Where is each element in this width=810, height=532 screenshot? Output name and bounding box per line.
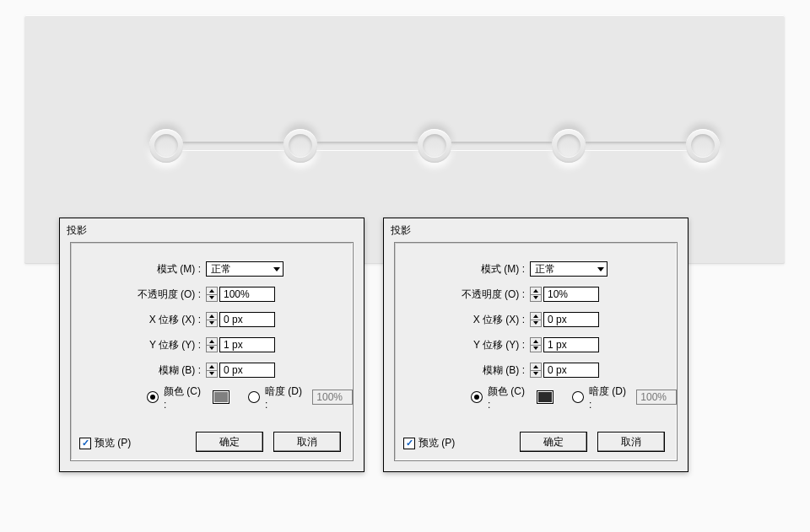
- y-offset-label: Y 位移 (Y) :: [395, 338, 530, 352]
- preview-checkbox[interactable]: [403, 438, 415, 449]
- preview-label: 预览 (P): [94, 436, 131, 450]
- x-offset-label: X 位移 (X) :: [395, 313, 530, 327]
- opacity-label: 不透明度 (O) :: [71, 287, 206, 302]
- darkness-label: 暗度 (D) :: [265, 384, 307, 411]
- x-offset-label: X 位移 (X) :: [71, 313, 206, 327]
- opacity-stepper[interactable]: [206, 287, 218, 302]
- mode-value: 正常: [211, 262, 231, 277]
- progress-node: [284, 129, 317, 163]
- blur-input[interactable]: 0 px: [219, 363, 275, 378]
- opacity-stepper[interactable]: [530, 287, 542, 302]
- mode-label: 模式 (M) :: [395, 262, 530, 277]
- x-offset-stepper[interactable]: [206, 312, 218, 327]
- mode-label: 模式 (M) :: [71, 262, 206, 277]
- darkness-radio[interactable]: [572, 391, 584, 403]
- chevron-down-icon: [273, 267, 280, 271]
- y-offset-input[interactable]: 1 px: [219, 337, 275, 352]
- mode-select[interactable]: 正常: [530, 261, 608, 277]
- y-offset-input[interactable]: 1 px: [543, 337, 599, 352]
- color-label: 颜色 (C) :: [488, 384, 530, 411]
- darkness-label: 暗度 (D) :: [589, 384, 631, 411]
- dialog-title: 投影: [67, 223, 87, 238]
- cancel-button[interactable]: 取消: [273, 432, 341, 452]
- progress-node: [552, 129, 586, 163]
- color-label: 颜色 (C) :: [164, 384, 206, 411]
- mode-select[interactable]: 正常: [206, 261, 284, 277]
- preview-label: 预览 (P): [418, 436, 455, 450]
- darkness-input: 100%: [312, 390, 353, 405]
- chevron-down-icon: [597, 267, 604, 271]
- color-radio[interactable]: [471, 391, 483, 403]
- drop-shadow-dialog: 投影 模式 (M) : 正常 不透明度 (O) : 100% X 位移 (X) …: [59, 218, 364, 472]
- blur-label: 模糊 (B) :: [71, 363, 206, 378]
- dialog-body: 模式 (M) : 正常 不透明度 (O) : 10% X 位移 (X) : 0 …: [394, 242, 678, 461]
- progress-node: [149, 129, 183, 163]
- cancel-button[interactable]: 取消: [597, 432, 665, 452]
- y-offset-stepper[interactable]: [530, 337, 542, 352]
- y-offset-label: Y 位移 (Y) :: [71, 338, 206, 352]
- opacity-input[interactable]: 100%: [219, 287, 275, 302]
- blur-input[interactable]: 0 px: [543, 363, 599, 378]
- x-offset-input[interactable]: 0 px: [219, 312, 275, 327]
- blur-label: 模糊 (B) :: [395, 363, 530, 378]
- blur-stepper[interactable]: [530, 363, 542, 378]
- color-swatch[interactable]: [213, 390, 230, 404]
- progress-node: [686, 129, 720, 163]
- opacity-input[interactable]: 10%: [543, 287, 599, 302]
- dialog-title: 投影: [391, 223, 411, 238]
- x-offset-stepper[interactable]: [530, 312, 542, 327]
- opacity-label: 不透明度 (O) :: [395, 287, 530, 302]
- x-offset-input[interactable]: 0 px: [543, 312, 599, 327]
- darkness-radio[interactable]: [248, 391, 260, 403]
- color-radio[interactable]: [147, 391, 159, 403]
- preview-checkbox[interactable]: [79, 438, 91, 449]
- drop-shadow-dialog: 投影 模式 (M) : 正常 不透明度 (O) : 10% X 位移 (X) :…: [383, 218, 688, 472]
- progress-node: [418, 129, 451, 163]
- dialog-body: 模式 (M) : 正常 不透明度 (O) : 100% X 位移 (X) : 0…: [70, 242, 354, 461]
- y-offset-stepper[interactable]: [206, 337, 218, 352]
- mode-value: 正常: [535, 262, 555, 277]
- ok-button[interactable]: 确定: [196, 432, 263, 452]
- color-swatch[interactable]: [537, 390, 554, 404]
- ok-button[interactable]: 确定: [520, 432, 587, 452]
- blur-stepper[interactable]: [206, 363, 218, 378]
- darkness-input: 100%: [636, 390, 677, 405]
